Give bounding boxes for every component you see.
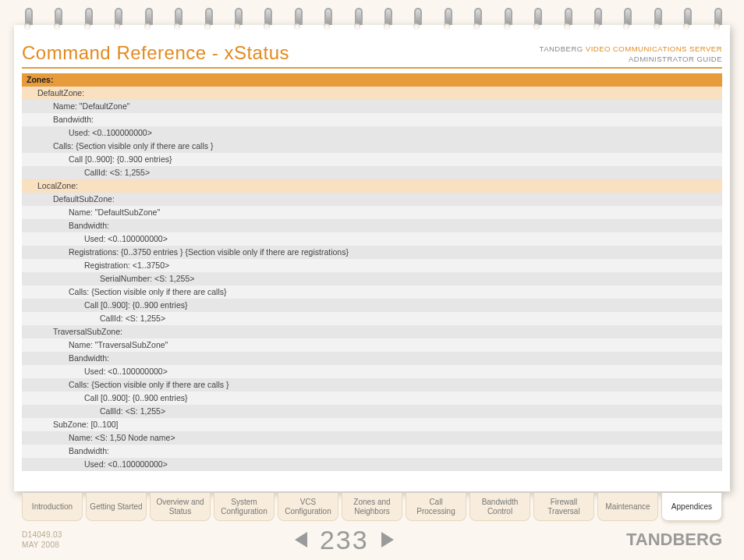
ring-icon [83,8,91,30]
tab-zones-and-neighbors[interactable]: Zones and Neighbors [342,493,402,521]
table-row: DefaultSubZone: [22,193,722,206]
brand-subtitle: ADMINISTRATOR GUIDE [540,55,722,64]
brand-block: TANDBERG VIDEO COMMUNICATIONS SERVER ADM… [540,44,722,64]
table-row: Used: <0..100000000> [22,365,722,378]
table-row: Used: <0..100000000> [22,458,722,471]
table-row: Bandwidth: [22,113,722,126]
brand-prefix: TANDBERG [540,44,583,53]
ring-icon [563,8,571,30]
spiral-binding [23,8,721,31]
ring-icon [533,8,540,30]
page-number: 233 [320,525,369,555]
ring-icon [173,8,181,30]
ring-icon [353,8,361,30]
tab-bandwidth-control[interactable]: Bandwidth Control [469,493,530,521]
ring-icon [622,8,630,30]
ring-icon [233,8,241,30]
ring-icon [593,8,601,30]
table-row: TraversalSubZone: [22,325,722,338]
tab-vcs-configuration[interactable]: VCS Configuration [278,493,338,521]
ring-icon [682,8,690,30]
table-row: DefaultZone: [22,87,722,100]
table-row: LocalZone: [22,179,722,193]
ring-icon [323,8,331,30]
footer: D14049.03 MAY 2008 233 TANDBERG [22,524,722,555]
next-page-arrow-icon[interactable] [377,530,397,550]
table-row: Calls: {Section visible only if there ar… [22,140,722,153]
tab-firewall-traversal[interactable]: Firewall Traversal [533,493,594,521]
brand-product: VIDEO COMMUNICATIONS SERVER [586,44,722,53]
tab-introduction[interactable]: Introduction [22,493,83,521]
table-row: SerialNumber: <S: 1,255> [22,272,722,285]
bottom-tabs: IntroductionGetting StartedOverview and … [22,493,722,521]
svg-marker-0 [295,532,307,548]
ring-icon [293,8,301,30]
table-row: Used: <0..100000000> [22,232,722,246]
doc-info: D14049.03 MAY 2008 [22,530,62,550]
brand-line-1: TANDBERG VIDEO COMMUNICATIONS SERVER [540,44,722,54]
ring-icon [53,8,61,30]
tab-call-processing[interactable]: Call Processing [406,493,466,521]
tab-overview-and-status[interactable]: Overview and Status [150,493,211,521]
table-row: CallId: <S: 1,255> [22,405,722,418]
ring-icon [143,8,151,30]
table-row: Name: "DefaultZone" [22,100,722,113]
table-row: Name: <S: 1,50 Node name> [22,431,722,445]
content-sheet: Command Reference - xStatus TANDBERG VID… [14,25,730,491]
table-row: Call [0..900]: {0..900 entries} [22,153,722,166]
ring-icon [204,8,211,30]
table-row: Bandwidth: [22,445,722,458]
table-row: Name: "DefaultSubZone" [22,206,722,219]
ring-icon [23,8,31,30]
table-row: Bandwidth: [22,219,722,232]
ring-icon [113,8,121,30]
svg-marker-1 [381,532,394,548]
table-row: SubZone: [0..100] [22,418,722,431]
table-row: Calls: {Section visible only if there ar… [22,378,722,392]
prev-page-arrow-icon[interactable] [292,530,312,550]
table-row: Registration: <1..3750> [22,259,722,272]
tab-maintenance[interactable]: Maintenance [597,493,658,521]
ring-icon [503,8,511,30]
tab-system-configuration[interactable]: System Configuration [214,493,275,521]
table-row: Call [0..900]: {0..900 entries} [22,299,722,312]
table-row: Registrations: {0..3750 entries } {Secti… [22,246,722,259]
table-row: CallId: <S: 1,255> [22,166,722,179]
ring-icon [383,8,391,30]
table-row: Bandwidth: [22,352,722,365]
ring-icon [443,8,451,30]
pager: 233 [292,525,397,555]
status-table: Zones:DefaultZone:Name: "DefaultZone"Ban… [22,73,722,471]
doc-date: MAY 2008 [22,540,62,550]
tab-appendices[interactable]: Appendices [661,493,722,521]
ring-icon [473,8,480,30]
table-row: Name: "TraversalSubZone" [22,338,722,352]
table-row: Used: <0..100000000> [22,126,722,140]
table-row: Calls: {Section visible only if there ar… [22,285,722,299]
ring-icon [653,8,661,30]
page-title: Command Reference - xStatus [22,42,289,64]
tandberg-logo: TANDBERG [626,530,722,550]
page: Command Reference - xStatus TANDBERG VID… [0,0,744,560]
ring-icon [713,8,721,30]
table-row: Call [0..900]: {0..900 entries} [22,392,722,405]
table-row: Zones: [22,73,722,87]
tab-getting-started[interactable]: Getting Started [86,493,147,521]
sheet-header: Command Reference - xStatus TANDBERG VID… [22,42,722,69]
ring-icon [413,8,420,30]
table-row: CallId: <S: 1,255> [22,312,722,325]
doc-id: D14049.03 [22,530,62,540]
ring-icon [263,8,271,30]
